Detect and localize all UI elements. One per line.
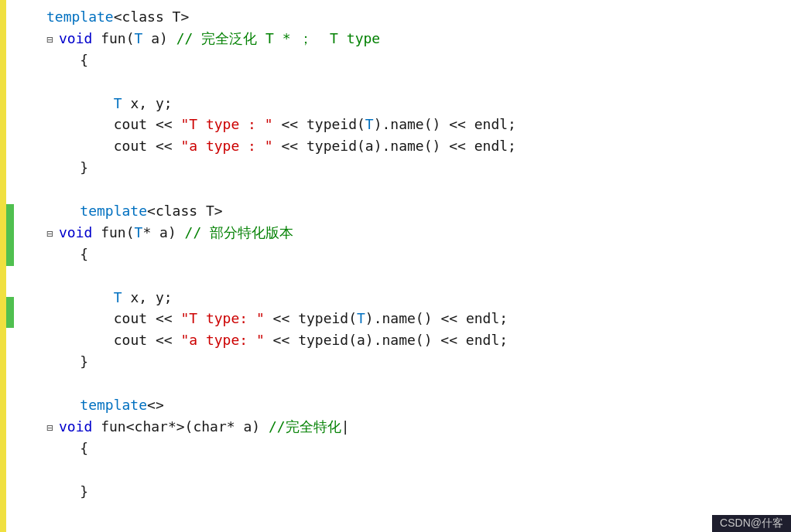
line-15-cout: cout << bbox=[114, 310, 181, 326]
line-11-T: T bbox=[135, 224, 143, 240]
line-15-mid: << typeid( bbox=[265, 310, 357, 326]
green-bar-2 bbox=[6, 235, 14, 266]
line-2-comment: // 完全泛化 T * ； T type bbox=[176, 30, 380, 46]
line-11-fun: fun( bbox=[92, 224, 134, 240]
line-19-tparam: <> bbox=[147, 397, 164, 413]
line-20-cursor: | bbox=[341, 418, 350, 435]
line-10-template: template bbox=[46, 203, 147, 219]
green-bar-3 bbox=[6, 297, 14, 328]
green-bar-1 bbox=[6, 204, 14, 235]
line-7-cout: cout << bbox=[114, 138, 181, 154]
line-11-fold[interactable]: ⊟ bbox=[46, 226, 59, 243]
line-5-vars: x, y; bbox=[122, 95, 173, 111]
branding-bar: CSDN@什客 bbox=[712, 515, 791, 532]
line-11-void: void bbox=[59, 224, 92, 240]
line-20-void: void bbox=[59, 418, 92, 435]
line-23-brace: } bbox=[46, 483, 88, 500]
line-2-void: void bbox=[59, 30, 92, 46]
line-11-comment: // 部分特化版本 bbox=[185, 224, 294, 240]
code-content: template<class T> ⊟void fun(T a) // 完全泛化… bbox=[39, 0, 791, 532]
green-bars bbox=[6, 0, 14, 532]
line-14-vars: x, y; bbox=[122, 289, 173, 305]
line-2-T: T bbox=[135, 30, 143, 46]
line-16-cout: cout << bbox=[114, 332, 181, 348]
line-15-end: ).name() << endl; bbox=[365, 310, 508, 326]
line-6-str: "T type : " bbox=[180, 116, 272, 132]
line-15-indent bbox=[46, 310, 114, 326]
line-6-T3: T bbox=[365, 116, 374, 132]
line-8-brace: } bbox=[46, 159, 88, 176]
line-19-template: template bbox=[46, 397, 147, 413]
line-7-str: "a type : " bbox=[180, 138, 272, 154]
line-5-indent bbox=[46, 95, 114, 111]
line-17-brace: } bbox=[46, 353, 88, 370]
line-16-indent bbox=[46, 332, 114, 348]
code-editor: template<class T> ⊟void fun(T a) // 完全泛化… bbox=[0, 0, 791, 532]
line-15-str: "T type: " bbox=[180, 310, 264, 326]
line-20-comment: //完全特化 bbox=[269, 418, 341, 435]
line-16-str: "a type: " bbox=[180, 332, 264, 348]
line-2-fold[interactable]: ⊟ bbox=[46, 32, 59, 49]
yellow-bar bbox=[0, 0, 6, 532]
line-7-mid: << typeid(a).name() << endl; bbox=[273, 138, 516, 154]
branding-label: CSDN@什客 bbox=[720, 517, 783, 529]
line-21-brace: { bbox=[46, 440, 88, 456]
line-10-tparam: <class T> bbox=[147, 203, 223, 219]
line-20-fold[interactable]: ⊟ bbox=[46, 420, 59, 437]
line-7-indent bbox=[46, 138, 114, 154]
line-1-template: template bbox=[46, 9, 114, 25]
line-6-cout: cout << bbox=[114, 116, 181, 132]
line-12-brace: { bbox=[46, 246, 88, 262]
line-3-brace: { bbox=[46, 52, 88, 68]
line-14-T: T bbox=[114, 289, 122, 305]
line-15-T2: T bbox=[357, 310, 365, 326]
line-6-mid: << typeid( bbox=[273, 116, 365, 132]
line-2-fun: fun( bbox=[92, 30, 134, 46]
line-14-indent bbox=[46, 289, 114, 305]
line-1-tparam: <class T> bbox=[114, 9, 190, 25]
left-gutter bbox=[0, 0, 39, 532]
line-16-mid: << typeid(a).name() << endl; bbox=[265, 332, 508, 348]
line-6-end: ).name() << endl; bbox=[374, 116, 516, 132]
line-2-a: a) bbox=[142, 30, 176, 46]
line-20-fun: fun<char*>(char* a) bbox=[92, 418, 269, 435]
line-5-T2: T bbox=[114, 95, 122, 111]
code-pre: template<class T> ⊟void fun(T a) // 完全泛化… bbox=[46, 6, 791, 502]
line-11-star: * a) bbox=[142, 224, 184, 240]
line-6-indent bbox=[46, 116, 114, 132]
